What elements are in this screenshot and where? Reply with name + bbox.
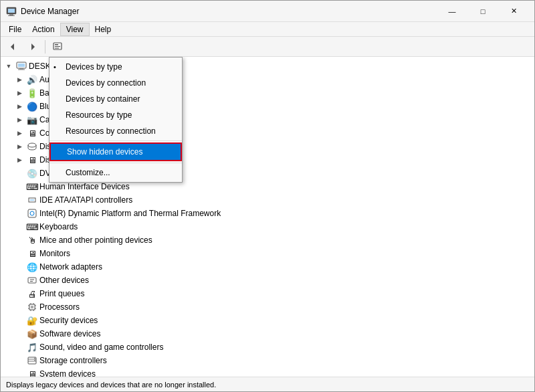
menu-show-hidden-devices[interactable]: Show hidden devices: [49, 142, 182, 161]
item-label: Print queues: [39, 289, 84, 298]
software-icon: 📦: [27, 328, 37, 339]
list-item[interactable]: ▶ ⌨ Keyboards: [1, 220, 534, 233]
list-item[interactable]: ▶ Storage controllers: [1, 354, 534, 367]
menu-devices-by-connection[interactable]: Devices by connection: [49, 75, 182, 91]
status-bar: Displays legacy devices and devices that…: [1, 377, 534, 391]
menu-item-label: Show hidden devices: [67, 147, 142, 157]
item-label: Storage controllers: [39, 356, 107, 365]
item-label: Security devices: [39, 316, 98, 325]
list-item[interactable]: ▶ 🎵 Sound, video and game controllers: [1, 340, 534, 354]
svg-rect-11: [18, 64, 25, 67]
item-label: Sound, video and game controllers: [39, 342, 163, 352]
list-item[interactable]: ▶ 🔐 Security devices: [1, 314, 534, 327]
item-label: IDE ATA/ATAPI controllers: [39, 195, 132, 205]
svg-rect-3: [8, 15, 15, 16]
menu-item-label: Resources by connection: [66, 126, 156, 136]
menu-item-label: Devices by container: [66, 94, 140, 104]
expand-icon: ▶: [14, 141, 25, 152]
security-icon: 🔐: [27, 315, 37, 326]
menu-devices-by-type[interactable]: • Devices by type: [49, 59, 182, 75]
svg-point-35: [34, 358, 35, 359]
root-computer-icon: [16, 61, 27, 72]
battery-icon: 🔋: [27, 88, 37, 98]
hid-icon: ⌨: [27, 181, 37, 192]
title-bar-text: Device Manager: [21, 7, 437, 16]
svg-rect-16: [30, 199, 34, 201]
list-item[interactable]: ▶ Processors: [1, 300, 534, 314]
svg-point-14: [28, 143, 36, 147]
expand-icon: ▶: [14, 128, 25, 138]
menu-resources-by-connection[interactable]: Resources by connection: [49, 123, 182, 139]
device-manager-window: Device Manager — □ ✕ File Action View He…: [0, 0, 535, 392]
menu-bar: File Action View Help: [1, 22, 534, 37]
menu-item-label: Devices by connection: [66, 78, 146, 88]
expand-icon: ▶: [14, 101, 25, 112]
svg-rect-13: [18, 70, 25, 70]
dropdown-separator-2: [49, 163, 182, 163]
forward-button[interactable]: [23, 39, 42, 55]
item-label: Human Interface Devices: [39, 182, 130, 191]
menu-devices-by-container[interactable]: Devices by container: [49, 91, 182, 107]
menu-item-label: Customize...: [66, 168, 110, 177]
svg-rect-2: [9, 14, 13, 15]
storage-icon: [27, 355, 37, 366]
computer-icon: 🖥: [27, 128, 37, 138]
expand-icon: ▶: [14, 88, 25, 98]
item-label: System devices: [39, 369, 96, 377]
network-icon: 🌐: [27, 262, 37, 272]
svg-rect-23: [31, 306, 33, 308]
ide-icon: [27, 195, 37, 205]
item-label: Processors: [39, 302, 80, 312]
list-item[interactable]: ▶ 📦 Software devices: [1, 327, 534, 340]
item-label: Network adapters: [39, 262, 102, 272]
list-item[interactable]: ▶ 🖨 Print queues: [1, 287, 534, 300]
list-item[interactable]: ▶ 🖥 Monitors: [1, 247, 534, 260]
root-expand-icon: ▼: [3, 61, 14, 72]
toolbar-separator: [45, 40, 45, 54]
item-label: Keyboards: [39, 222, 78, 231]
properties-button[interactable]: [48, 39, 67, 55]
menu-item-file[interactable]: File: [3, 23, 27, 35]
camera-icon: 📷: [27, 114, 37, 125]
svg-rect-17: [28, 209, 36, 217]
monitor-icon: 🖥: [27, 248, 37, 259]
item-label: Monitors: [39, 249, 70, 258]
menu-item-action[interactable]: Action: [27, 23, 60, 35]
menu-customize[interactable]: Customize...: [49, 165, 182, 181]
minimize-button[interactable]: —: [437, 1, 467, 22]
maximize-button[interactable]: □: [467, 1, 498, 22]
item-label: Software devices: [39, 329, 100, 338]
title-bar: Device Manager — □ ✕: [1, 1, 534, 22]
menu-resources-by-type[interactable]: Resources by type: [49, 107, 182, 123]
back-button[interactable]: [3, 39, 22, 55]
menu-item-help[interactable]: Help: [90, 23, 117, 35]
list-item[interactable]: ▶ Intel(R) Dynamic Platform and Thermal …: [1, 207, 534, 220]
list-item[interactable]: ▶ 🖥 System devices: [1, 367, 534, 377]
item-label: Intel(R) Dynamic Platform and Thermal Fr…: [39, 209, 221, 218]
list-item[interactable]: ▶ IDE ATA/ATAPI controllers: [1, 193, 534, 207]
view-dropdown-menu[interactable]: • Devices by type Devices by connection …: [49, 57, 183, 183]
svg-rect-1: [8, 9, 15, 13]
list-item[interactable]: ▶ 🌐 Network adapters: [1, 260, 534, 274]
svg-point-36: [34, 360, 35, 361]
display-icon: 🖥: [27, 155, 37, 165]
menu-item-view[interactable]: View: [60, 23, 90, 36]
svg-marker-4: [11, 43, 14, 50]
svg-rect-12: [19, 68, 23, 70]
close-button[interactable]: ✕: [498, 1, 529, 22]
title-bar-icon: [6, 6, 17, 17]
svg-rect-19: [28, 278, 36, 283]
expand-icon: ▶: [14, 114, 25, 125]
svg-rect-7: [55, 44, 58, 45]
item-label: Mice and other pointing devices: [39, 235, 152, 245]
menu-item-label: Devices by type: [66, 62, 122, 72]
item-label: Other devices: [39, 276, 89, 285]
toolbar: [1, 37, 534, 57]
list-item[interactable]: ▶ Other devices: [1, 274, 534, 287]
keyboard-icon: ⌨: [27, 221, 37, 232]
audio-icon: 🔊: [27, 74, 37, 85]
list-item[interactable]: ▶ 🖱 Mice and other pointing devices: [1, 233, 534, 247]
other-icon: [27, 275, 37, 286]
svg-point-18: [30, 211, 34, 215]
processor-icon: [27, 302, 37, 312]
